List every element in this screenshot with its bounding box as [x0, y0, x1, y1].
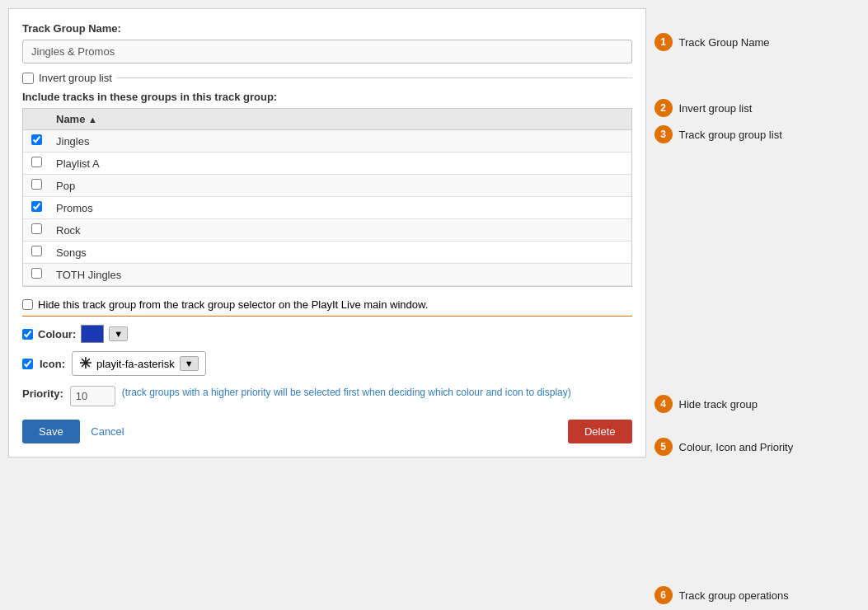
- annotation-badge-5: 5: [655, 438, 673, 456]
- table-row-scrollbar: [620, 264, 631, 286]
- annotation-4: 4 Hide track group: [655, 395, 861, 413]
- save-button[interactable]: Save: [22, 420, 80, 443]
- icon-checkbox[interactable]: [22, 359, 33, 369]
- invert-group-list-row: Invert group list: [22, 72, 632, 84]
- table-row: Songs: [23, 242, 631, 264]
- table-row-checkbox[interactable]: [31, 157, 42, 167]
- icon-row: Icon: ✳ playit-fa-asterisk ▼: [22, 351, 632, 376]
- table-row-scrollbar: [620, 197, 631, 219]
- sort-arrow-icon: ▲: [88, 115, 97, 124]
- table-row-scrollbar: [620, 152, 631, 175]
- annotation-text-2: Invert group list: [679, 102, 753, 115]
- table-row-checkbox-cell: [23, 130, 49, 152]
- table-row-checkbox-cell: [23, 264, 49, 286]
- invert-divider: [117, 77, 632, 78]
- asterisk-icon: ✳: [79, 354, 91, 373]
- annotation-text-4: Hide track group: [679, 398, 758, 411]
- group-table-wrapper: Name ▲ JinglesPlaylist APopPromosRockSon…: [22, 108, 632, 287]
- annotation-text-5: Colour, Icon and Priority: [679, 441, 794, 453]
- table-row-checkbox-cell: [23, 175, 49, 197]
- annotation-2: 2 Invert group list: [655, 99, 861, 117]
- priority-row: Priority: (track groups with a higher pr…: [22, 386, 632, 406]
- table-row: Promos: [23, 197, 631, 219]
- invert-group-label: Invert group list: [39, 72, 112, 84]
- table-row-scrollbar: [620, 130, 631, 152]
- invert-group-checkbox[interactable]: [22, 73, 34, 84]
- icon-label: Icon:: [40, 358, 65, 370]
- icon-name-text: playit-fa-asterisk: [96, 358, 175, 370]
- table-row-checkbox[interactable]: [31, 201, 42, 212]
- table-row-scrollbar: [620, 242, 631, 264]
- left-actions: Save Cancel: [22, 420, 124, 443]
- annotation-badge-6: 6: [655, 586, 673, 604]
- table-row-name: Songs: [49, 242, 620, 264]
- annotation-1: 1 Track Group Name: [655, 33, 861, 51]
- priority-label: Priority:: [22, 387, 63, 400]
- table-row: Jingles: [23, 130, 631, 152]
- table-row-checkbox[interactable]: [31, 246, 42, 256]
- table-row-checkbox[interactable]: [31, 223, 42, 234]
- hide-track-group-label: Hide this track group from the track gro…: [38, 298, 428, 311]
- group-table: Name ▲ JinglesPlaylist APopPromosRockSon…: [23, 109, 631, 286]
- annotation-badge-3: 3: [655, 125, 673, 143]
- annotation-badge-4: 4: [655, 395, 673, 413]
- annotation-text-1: Track Group Name: [679, 36, 770, 49]
- colour-divider: [22, 316, 632, 317]
- annotation-badge-2: 2: [655, 99, 673, 117]
- track-group-name-input[interactable]: [22, 40, 632, 63]
- table-header-row: Name ▲: [23, 109, 631, 130]
- hide-track-group-checkbox[interactable]: [22, 299, 33, 310]
- table-row-checkbox[interactable]: [31, 179, 42, 190]
- table-header-name[interactable]: Name ▲: [49, 109, 620, 130]
- table-row-checkbox-cell: [23, 219, 49, 242]
- action-row: Save Cancel Delete: [22, 420, 632, 443]
- table-row-checkbox[interactable]: [31, 134, 42, 145]
- cancel-button[interactable]: Cancel: [91, 425, 124, 438]
- table-header-checkbox-col: [23, 109, 49, 130]
- annotation-3: 3 Track group group list: [655, 125, 861, 143]
- table-row: Playlist A: [23, 152, 631, 175]
- icon-dropdown-btn[interactable]: ▼: [180, 356, 199, 371]
- colour-swatch[interactable]: [81, 325, 104, 343]
- table-row-checkbox-cell: [23, 242, 49, 264]
- annotation-badge-1: 1: [655, 33, 673, 51]
- icon-box: ✳ playit-fa-asterisk ▼: [72, 351, 206, 376]
- form-panel: Track Group Name: Invert group list Incl…: [8, 8, 646, 458]
- delete-button[interactable]: Delete: [568, 420, 632, 443]
- group-table-body: JinglesPlaylist APopPromosRockSongsTOTH …: [23, 130, 631, 286]
- priority-note: (track groups with a higher priority wil…: [122, 386, 571, 400]
- table-row: Rock: [23, 219, 631, 242]
- annotation-5: 5 Colour, Icon and Priority: [655, 438, 861, 456]
- colour-row: Colour: ▼: [22, 325, 632, 343]
- table-row-name: TOTH Jingles: [49, 264, 620, 286]
- table-row-checkbox-cell: [23, 152, 49, 175]
- hide-track-group-row: Hide this track group from the track gro…: [22, 298, 632, 311]
- table-row-name: Jingles: [49, 130, 620, 152]
- annotation-sidebar: 1 Track Group Name 2 Invert group list 3…: [646, 8, 861, 610]
- table-row-name: Rock: [49, 219, 620, 242]
- table-row-scrollbar: [620, 175, 631, 197]
- annotation-text-3: Track group group list: [679, 129, 782, 141]
- table-row-checkbox[interactable]: [31, 268, 42, 279]
- colour-dropdown-btn[interactable]: ▼: [109, 326, 128, 341]
- table-row: Pop: [23, 175, 631, 197]
- annotation-6: 6 Track group operations: [655, 586, 861, 604]
- table-row-scrollbar: [620, 219, 631, 242]
- track-group-name-label: Track Group Name:: [22, 22, 632, 35]
- table-row-name: Playlist A: [49, 152, 620, 175]
- colour-checkbox[interactable]: [22, 329, 33, 340]
- table-row-checkbox-cell: [23, 197, 49, 219]
- table-row: TOTH Jingles: [23, 264, 631, 286]
- priority-input[interactable]: [70, 386, 115, 406]
- colour-label: Colour:: [38, 328, 76, 340]
- table-row-name: Promos: [49, 197, 620, 219]
- include-tracks-label: Include tracks in these groups in this t…: [22, 91, 632, 103]
- table-header-scrollbar: [620, 109, 631, 130]
- annotation-text-6: Track group operations: [679, 589, 789, 602]
- table-row-name: Pop: [49, 175, 620, 197]
